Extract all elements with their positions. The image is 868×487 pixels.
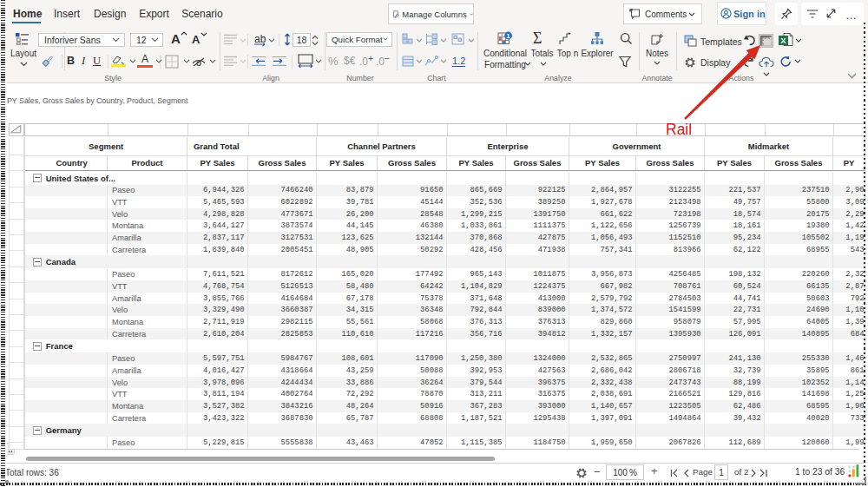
- svg-text:1: 1: [506, 32, 510, 40]
- svg-text:X: X: [780, 36, 786, 45]
